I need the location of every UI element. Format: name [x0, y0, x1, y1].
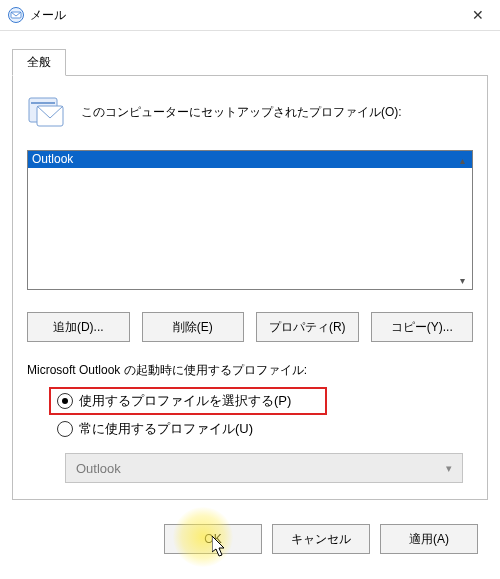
properties-button[interactable]: プロパティ(R) — [256, 312, 359, 342]
startup-radio-group: 使用するプロファイルを選択する(P) 常に使用するプロファイル(U) — [27, 387, 473, 443]
radio-always-use-profile[interactable]: 常に使用するプロファイル(U) — [57, 415, 473, 443]
button-label: コピー(Y)... — [391, 319, 453, 336]
close-icon: ✕ — [472, 7, 484, 23]
titlebar: メール ✕ — [0, 0, 500, 31]
select-value: Outlook — [76, 461, 121, 476]
startup-section-label: Microsoft Outlook の起動時に使用するプロファイル: — [27, 362, 473, 379]
list-item[interactable]: Outlook — [28, 151, 472, 168]
svg-rect-3 — [31, 102, 55, 104]
tab-page-general: このコンピューターにセットアップされたプロファイル(O): Outlook ▴ … — [12, 76, 488, 500]
mail-app-icon — [8, 7, 24, 23]
profiles-listbox[interactable]: Outlook ▴ ▾ — [27, 150, 473, 290]
add-button[interactable]: 追加(D)... — [27, 312, 130, 342]
radio-icon — [57, 393, 73, 409]
remove-button[interactable]: 削除(E) — [142, 312, 245, 342]
radio-label: 使用するプロファイルを選択する(P) — [79, 392, 291, 410]
button-label: OK — [204, 532, 221, 546]
chevron-down-icon: ▾ — [446, 462, 452, 475]
tabstrip: 全般 — [12, 49, 488, 76]
button-label: 追加(D)... — [53, 319, 104, 336]
default-profile-select: Outlook ▾ — [65, 453, 463, 483]
radio-label: 常に使用するプロファイル(U) — [79, 420, 253, 438]
profile-buttons-row: 追加(D)... 削除(E) プロパティ(R) コピー(Y)... — [27, 312, 473, 342]
profiles-header-label: このコンピューターにセットアップされたプロファイル(O): — [81, 104, 402, 121]
close-button[interactable]: ✕ — [456, 0, 500, 30]
list-item-label: Outlook — [32, 152, 73, 166]
button-label: キャンセル — [291, 531, 351, 548]
button-label: 削除(E) — [173, 319, 213, 336]
copy-button[interactable]: コピー(Y)... — [371, 312, 474, 342]
cancel-button[interactable]: キャンセル — [272, 524, 370, 554]
radio-prompt-for-profile[interactable]: 使用するプロファイルを選択する(P) — [49, 387, 327, 415]
tab-general[interactable]: 全般 — [12, 49, 66, 76]
scroll-down-icon: ▾ — [454, 272, 470, 288]
window-title: メール — [30, 7, 456, 24]
ok-button[interactable]: OK — [164, 524, 262, 554]
button-label: プロパティ(R) — [269, 319, 346, 336]
radio-icon — [57, 421, 73, 437]
button-label: 適用(A) — [409, 531, 449, 548]
dialog-button-bar: OK キャンセル 適用(A) — [12, 524, 488, 554]
apply-button[interactable]: 適用(A) — [380, 524, 478, 554]
profiles-icon — [27, 94, 67, 130]
tab-label: 全般 — [27, 55, 51, 69]
